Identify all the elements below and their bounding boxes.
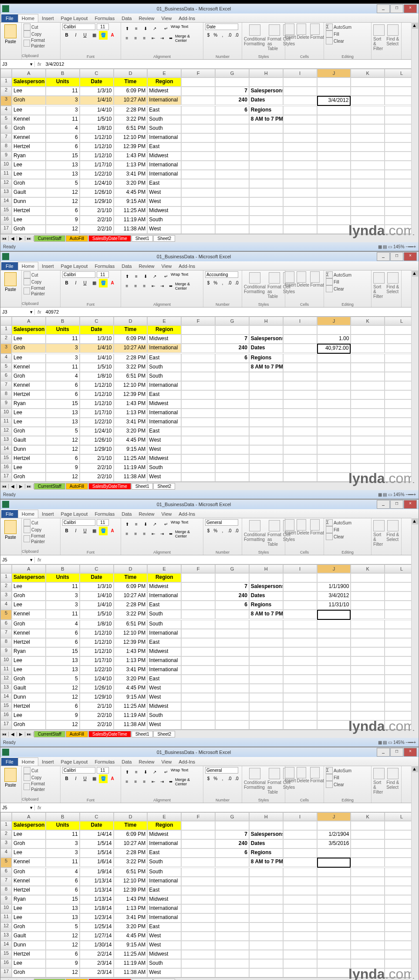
cell[interactable]: 2:28 PM [114, 354, 148, 363]
spreadsheet-grid[interactable]: ABCDEFGHIJKL1SalespersonUnitsDateTimeReg… [0, 564, 419, 730]
cell[interactable]: 1/4/14 [80, 830, 114, 839]
cell[interactable]: 1/1/1900 [317, 582, 351, 591]
cell[interactable] [181, 161, 215, 170]
cell[interactable] [283, 344, 317, 353]
cell[interactable]: Midwest [147, 895, 181, 904]
cell[interactable]: East [147, 848, 181, 858]
cell[interactable]: 4:45 PM [114, 188, 148, 197]
align-middle-button[interactable]: ≡ [132, 272, 141, 281]
cell[interactable] [249, 932, 283, 941]
row-header[interactable]: 8 [0, 638, 12, 647]
row-header[interactable]: 13 [0, 188, 12, 197]
cell[interactable]: Midwest [147, 454, 181, 463]
col-header[interactable]: D [114, 812, 148, 821]
cell[interactable]: Dunn [12, 693, 46, 702]
cell[interactable]: Dates [249, 96, 283, 105]
delete-cells-icon[interactable] [297, 271, 306, 283]
col-header[interactable]: F [181, 564, 215, 573]
file-tab[interactable]: File [1, 14, 18, 22]
cell[interactable] [215, 445, 249, 454]
italic-button[interactable]: I [71, 31, 80, 40]
table-header-cell[interactable]: Units [46, 573, 80, 582]
view-break-icon[interactable]: ▭ [388, 492, 392, 497]
insert-tab[interactable]: Insert [38, 758, 57, 766]
col-header[interactable] [0, 317, 12, 325]
row-header[interactable]: 13 [0, 932, 12, 941]
cell[interactable]: Hertzel [12, 454, 46, 463]
col-header[interactable]: I [283, 812, 317, 821]
nav-last-icon[interactable]: ⏭ [25, 236, 34, 241]
align-center-button[interactable]: ≡ [132, 530, 140, 538]
cell[interactable] [215, 325, 249, 335]
cell[interactable]: 1/8/10 [80, 620, 114, 629]
find-select-icon[interactable] [387, 520, 399, 531]
formulas-tab[interactable]: Formulas [91, 14, 118, 22]
col-header[interactable]: A [12, 564, 46, 573]
currency-button[interactable]: $ [205, 279, 212, 287]
view-break-icon[interactable]: ▭ [388, 740, 392, 745]
cell[interactable]: Groh [12, 591, 46, 601]
cell[interactable]: 2:28 PM [114, 601, 148, 610]
fx-icon[interactable]: fx [35, 805, 44, 810]
cell[interactable]: Kennel [12, 115, 46, 124]
row-header[interactable]: 14 [0, 445, 12, 454]
cell[interactable]: 1:43 PM [114, 647, 148, 656]
align-bottom-button[interactable]: ⬇ [141, 768, 150, 777]
cell[interactable]: 1/3/10 [80, 582, 114, 591]
cell[interactable]: East [147, 886, 181, 895]
cell[interactable]: Lee [12, 666, 46, 675]
cell[interactable] [351, 87, 385, 96]
insert-tab[interactable]: Insert [38, 14, 57, 22]
cell[interactable]: 1/29/10 [80, 197, 114, 206]
delete-cells-icon[interactable] [297, 519, 306, 531]
cell[interactable]: 3:22 PM [114, 363, 148, 372]
cell[interactable]: West [147, 188, 181, 197]
row-header[interactable]: 6 [0, 868, 12, 877]
cell[interactable]: Kennel [12, 381, 46, 390]
cell[interactable] [181, 436, 215, 445]
underline-button[interactable]: U [81, 527, 89, 535]
page-layout-tab[interactable]: Page Layout [57, 758, 91, 766]
row-header[interactable]: 4 [0, 848, 12, 858]
cell[interactable] [181, 868, 215, 877]
cell[interactable]: South [147, 858, 181, 867]
cell[interactable]: 3 [46, 601, 80, 610]
cell[interactable]: 8 AM to 7 PM [249, 115, 283, 124]
cell[interactable] [351, 610, 385, 619]
cell[interactable]: 6 [215, 106, 249, 115]
cell[interactable] [181, 591, 215, 601]
cell[interactable] [249, 886, 283, 895]
cell[interactable] [283, 427, 317, 436]
cell[interactable] [283, 830, 317, 839]
cell[interactable]: 13 [46, 904, 80, 913]
cell[interactable] [215, 170, 249, 179]
cell[interactable] [283, 197, 317, 206]
increase-indent-button[interactable]: ⇥ [158, 530, 166, 538]
cell[interactable] [283, 225, 317, 234]
cell[interactable]: 3/4/2012 [317, 591, 351, 601]
cell[interactable] [317, 87, 351, 96]
cell[interactable]: Salespersons [249, 830, 283, 839]
cell[interactable] [249, 656, 283, 666]
cell[interactable]: 240 [215, 96, 249, 105]
merge-center-button[interactable]: ⬌ [166, 282, 175, 291]
cell[interactable] [317, 188, 351, 197]
comma-button[interactable]: , [219, 527, 226, 535]
sheet-tab[interactable]: AutoFill [66, 731, 88, 737]
view-tab[interactable]: View [158, 14, 176, 22]
cell[interactable]: International [147, 381, 181, 390]
cell[interactable]: West [147, 693, 181, 702]
col-header[interactable]: K [351, 812, 385, 821]
bold-button[interactable]: B [62, 527, 71, 535]
zoom-out-button[interactable]: − [405, 740, 408, 745]
cell[interactable] [283, 142, 317, 152]
cell[interactable] [317, 923, 351, 932]
home-tab[interactable]: Home [18, 14, 38, 22]
cell[interactable] [215, 968, 249, 977]
cell[interactable] [181, 115, 215, 124]
cell[interactable] [249, 372, 283, 381]
cut-button[interactable]: Cut [24, 519, 58, 526]
align-right-button[interactable]: ≡ [140, 777, 149, 786]
cell[interactable] [249, 454, 283, 463]
cell[interactable]: 13 [46, 913, 80, 923]
